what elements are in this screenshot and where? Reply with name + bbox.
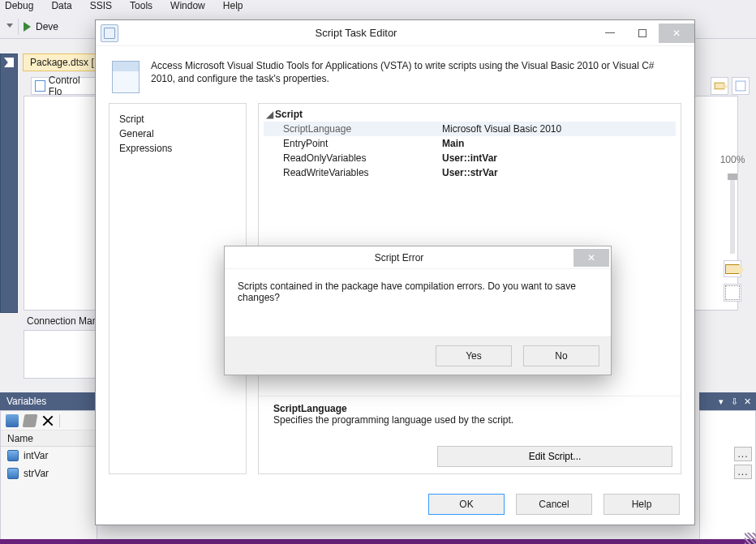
main-menu[interactable]: Debug Data SSIS Tools Window Help [0, 0, 756, 15]
dialog-description: Access Microsoft Visual Studio Tools for… [96, 46, 694, 103]
pg-category-row[interactable]: ◢ Script [264, 107, 676, 122]
pg-name: ReadOnlyVariables [264, 152, 442, 164]
variables-toolbar [1, 411, 97, 430]
close-icon: ✕ [672, 28, 681, 39]
dialog-description-text: Access Microsoft Visual Studio Tools for… [151, 59, 678, 93]
menu-data[interactable]: Data [48, 0, 75, 11]
pg-value[interactable]: User::intVar [442, 152, 676, 164]
move-variable-icon[interactable] [23, 414, 38, 427]
script-error-dialog: Script Error ✕ Scripts contained in the … [224, 246, 612, 375]
control-flow-tab[interactable]: Control Flo [31, 77, 96, 95]
menu-window[interactable]: Window [167, 0, 208, 11]
yes-button[interactable]: Yes [436, 345, 512, 366]
variable-icon [7, 468, 19, 479]
dialog-buttons: OK Cancel Help [96, 484, 694, 525]
connection-managers-title: Connection Man [24, 315, 105, 329]
menu-help[interactable]: Help [220, 0, 247, 11]
right-panel-header[interactable]: ▾ ⇩ ✕ [699, 392, 756, 410]
status-bar [0, 539, 756, 544]
variable-name: intVar [24, 450, 48, 461]
connection-managers-panel[interactable] [24, 330, 97, 379]
error-title: Script Error [225, 252, 573, 263]
error-close-button[interactable]: ✕ [573, 249, 609, 267]
variable-name: strVar [24, 468, 49, 479]
menu-tools[interactable]: Tools [127, 0, 156, 11]
variables-panel: Name intVar strVar [0, 410, 97, 541]
menu-debug[interactable]: Debug [2, 0, 37, 11]
pg-row-entrypoint[interactable]: EntryPoint Main [264, 136, 676, 151]
pg-value[interactable]: Microsoft Visual Basic 2010 [442, 123, 676, 135]
variables-columns[interactable]: Name [1, 430, 97, 447]
document-tab-label: Package.dtsx [ [30, 57, 94, 68]
dropdown-icon[interactable]: ▾ [715, 396, 727, 407]
add-variable-icon[interactable] [6, 414, 19, 427]
pg-value[interactable]: Main [442, 138, 676, 149]
control-flow-icon [35, 80, 45, 92]
toolbar-divider [18, 19, 19, 35]
vars-toolbar-divider [59, 414, 60, 427]
maximize-button[interactable] [626, 24, 659, 43]
sidebar-item-general[interactable]: General [119, 126, 236, 141]
cancel-button[interactable]: Cancel [516, 494, 592, 515]
dialog-system-buttons: ✕ [594, 24, 694, 43]
ok-button[interactable]: OK [428, 494, 505, 515]
zoom-gutter: 100% [709, 71, 756, 306]
close-button[interactable]: ✕ [659, 24, 694, 43]
pg-row-readonlyvars[interactable]: ReadOnlyVariables User::intVar [264, 151, 676, 165]
dialog-title: Script Task Editor [118, 27, 594, 39]
minimize-button[interactable] [594, 24, 626, 43]
start-debug-icon[interactable] [24, 22, 31, 32]
run-config[interactable]: Deve [36, 21, 58, 32]
resize-grip[interactable] [745, 533, 756, 544]
error-buttons: Yes No [225, 337, 611, 375]
error-titlebar[interactable]: Script Error ✕ [225, 246, 611, 269]
document-tab[interactable]: Package.dtsx [ [23, 54, 101, 71]
pg-name: ReadWriteVariables [264, 167, 442, 178]
variables-header[interactable]: Variables [0, 392, 97, 410]
pg-row-readwritevars[interactable]: ReadWriteVariables User::strVar [264, 165, 676, 180]
pg-value[interactable]: User::strVar [442, 167, 676, 178]
minimize-icon [605, 32, 615, 33]
delete-variable-icon[interactable] [41, 414, 54, 427]
property-help-title: ScriptLanguage [273, 403, 672, 414]
no-button[interactable]: No [523, 345, 599, 366]
sidebar-item-expressions[interactable]: Expressions [119, 141, 236, 156]
pg-row-scriptlanguage[interactable]: ScriptLanguage Microsoft Visual Basic 20… [264, 122, 676, 136]
pg-name: ScriptLanguage [264, 123, 442, 135]
control-flow-label: Control Flo [49, 75, 92, 97]
collapse-icon[interactable]: ◢ [264, 109, 275, 120]
variable-row[interactable]: intVar [1, 447, 97, 465]
pin-icon[interactable]: ⇩ [728, 396, 740, 407]
variables-col-name: Name [7, 433, 33, 444]
help-button[interactable]: Help [604, 494, 680, 515]
variable-row[interactable]: strVar [1, 465, 97, 482]
close-icon[interactable]: ✕ [741, 396, 753, 407]
variable-icon [7, 450, 19, 461]
script-task-icon [101, 24, 118, 42]
zoom-value: 100% [720, 154, 745, 165]
variables-title: Variables [6, 396, 46, 407]
toolbar-dropdown-icon[interactable] [6, 24, 13, 30]
ellipsis-button[interactable]: ... [734, 465, 752, 479]
pg-category: Script [275, 109, 303, 120]
edit-script-button[interactable]: Edit Script... [437, 446, 672, 467]
dialog-titlebar[interactable]: Script Task Editor ✕ [96, 20, 694, 46]
zoom-slider[interactable] [730, 173, 735, 253]
property-help-text: Specifies the programming language used … [273, 414, 672, 426]
sidebar-item-script[interactable]: Script [119, 112, 236, 126]
tag-tool[interactable] [724, 260, 741, 278]
toolbox-collapsed[interactable] [0, 54, 18, 313]
pg-name: EntryPoint [264, 138, 442, 149]
frame-icon [725, 285, 740, 300]
close-icon: ✕ [587, 252, 595, 263]
maximize-icon [638, 29, 646, 37]
error-message: Scripts contained in the package have co… [225, 269, 611, 337]
right-panel-body: ... ... [699, 410, 756, 541]
fit-tool[interactable] [724, 284, 741, 302]
script-task-large-icon [112, 61, 140, 93]
property-help: ScriptLanguage Specifies the programming… [259, 396, 681, 439]
tag-icon [725, 264, 740, 274]
menu-ssis[interactable]: SSIS [87, 0, 115, 11]
ellipsis-button[interactable]: ... [734, 447, 752, 461]
